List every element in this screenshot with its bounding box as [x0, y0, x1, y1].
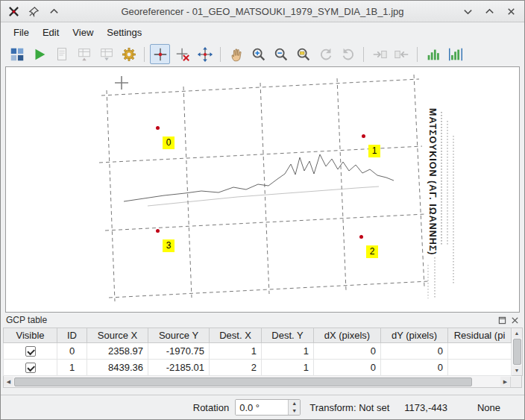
gcp-table-header-row: Visible ID Source X Source Y Dest. X Des…: [4, 328, 512, 343]
open-raster-icon: [9, 46, 25, 63]
transform-status: Transform: Not set: [309, 402, 389, 413]
full-histogram-stretch-button[interactable]: [445, 44, 465, 64]
spin-up-icon[interactable]: ▲: [289, 400, 300, 407]
minimize-icon[interactable]: [462, 6, 474, 17]
cell-source-x[interactable]: 2358.97: [87, 343, 148, 360]
zoom-out-icon: [273, 46, 289, 63]
map-canvas[interactable]: ΜΑΤΣΟΥΚΙΟΝ (ΑΓ. ΙΩΑΝΝΗΣ) 0 1 2 3: [5, 66, 520, 313]
horizontal-scroll-track[interactable]: [13, 377, 500, 387]
script-icon: [54, 46, 70, 63]
cell-dy[interactable]: 0: [381, 343, 448, 360]
close-panel-icon[interactable]: [511, 316, 519, 325]
horizontal-scroll-thumb[interactable]: [14, 377, 472, 386]
menu-settings[interactable]: Settings: [100, 25, 148, 40]
cell-dy[interactable]: 0: [381, 360, 448, 376]
visible-checkbox[interactable]: [25, 363, 36, 373]
gcp-dot: [359, 235, 363, 239]
cell-dx[interactable]: 0: [314, 343, 381, 360]
shade-icon[interactable]: [48, 6, 60, 17]
crs-status: None: [477, 402, 500, 413]
scrollbar-corner: [510, 377, 521, 387]
generate-gdal-script-button[interactable]: [51, 44, 72, 64]
zoom-next-button[interactable]: [338, 44, 358, 64]
gcp-row-0[interactable]: 0 2358.97 -1970.75 1 1 0 0: [4, 343, 512, 360]
menu-view[interactable]: View: [66, 25, 100, 40]
gcp-table-area: Visible ID Source X Source Y Dest. X Des…: [3, 327, 522, 376]
save-gcp-points-button[interactable]: [96, 44, 116, 64]
link-georef-icon: [371, 46, 388, 63]
pan-button[interactable]: [226, 44, 246, 64]
titlebar[interactable]: Georeferencer - 01_GEO_MATSOUKI_1979_SYM…: [1, 1, 524, 22]
menubar: File Edit View Settings: [1, 22, 524, 42]
menu-file[interactable]: File: [7, 25, 36, 40]
open-raster-button[interactable]: [7, 44, 27, 64]
float-panel-icon[interactable]: [498, 316, 506, 325]
cell-source-y[interactable]: -1970.75: [148, 343, 210, 360]
cell-id[interactable]: 0: [57, 343, 87, 360]
gcp-dot: [156, 126, 160, 130]
col-source-x: Source X: [87, 328, 148, 343]
toolbar-separator: [363, 47, 364, 62]
toolbar: [1, 42, 524, 66]
scroll-left-icon[interactable]: ◀: [4, 377, 13, 386]
link-georeferencer-to-qgis-button[interactable]: [369, 44, 389, 64]
zoom-last-button[interactable]: [315, 44, 336, 64]
move-point-icon: [197, 46, 213, 63]
cell-residual[interactable]: [448, 360, 512, 376]
start-georeferencing-button[interactable]: [29, 44, 49, 64]
rotation-input[interactable]: [236, 400, 288, 415]
zoom-to-layer-button[interactable]: [293, 44, 313, 64]
maximize-icon[interactable]: [484, 6, 495, 17]
window-title: Georeferencer - 01_GEO_MATSOUKI_1979_SYM…: [1, 6, 524, 17]
horizontal-scrollbar[interactable]: ◀ ▶: [3, 376, 522, 388]
vertical-scroll-thumb[interactable]: [513, 339, 521, 365]
move-point-button[interactable]: [195, 44, 215, 64]
col-id: ID: [57, 328, 87, 343]
col-dx: dX (pixels): [314, 328, 381, 343]
scroll-up-icon[interactable]: ▲: [512, 328, 522, 338]
app-icon: [8, 6, 19, 17]
delete-point-button[interactable]: [172, 44, 192, 64]
gcp-label: 0: [163, 137, 175, 149]
cell-dest-y[interactable]: 1: [262, 343, 314, 360]
save-gcp-icon: [98, 46, 115, 63]
transformation-settings-button[interactable]: [119, 44, 139, 64]
cell-residual[interactable]: [448, 343, 512, 360]
rotation-spinbox[interactable]: ▲ ▼: [235, 399, 301, 416]
rotation-label: Rotation: [193, 402, 229, 413]
zoom-in-button[interactable]: [248, 44, 268, 64]
menu-edit[interactable]: Edit: [36, 25, 66, 40]
cell-source-y[interactable]: -2185.01: [148, 360, 210, 376]
zoom-last-icon: [318, 46, 334, 63]
cell-id[interactable]: 1: [57, 360, 87, 376]
cell-dx[interactable]: 0: [314, 360, 381, 376]
add-point-button[interactable]: [150, 44, 170, 64]
cell-dest-x[interactable]: 1: [210, 343, 262, 360]
gcp-label: 3: [163, 239, 175, 252]
scroll-down-icon[interactable]: ▼: [512, 366, 522, 375]
load-gcp-points-button[interactable]: [74, 44, 94, 64]
cell-visible[interactable]: [4, 360, 57, 376]
cell-dest-x[interactable]: 2: [210, 360, 262, 376]
vertical-scrollbar[interactable]: ▲ ▼: [512, 327, 523, 376]
col-dy: dY (pixels): [381, 328, 448, 343]
toolbar-separator: [144, 47, 145, 62]
col-dest-x: Dest. X: [210, 328, 262, 343]
zoom-out-button[interactable]: [271, 44, 291, 64]
load-gcp-icon: [76, 46, 92, 63]
cell-dest-y[interactable]: 1: [262, 360, 314, 376]
col-residual: Residual (pi: [448, 328, 512, 343]
toolbar-separator: [417, 47, 418, 62]
scroll-right-icon[interactable]: ▶: [500, 377, 510, 386]
close-icon[interactable]: [506, 6, 517, 17]
visible-checkbox[interactable]: [25, 346, 36, 357]
spin-down-icon[interactable]: ▼: [289, 407, 300, 415]
gcp-label: 2: [366, 245, 378, 258]
cell-source-x[interactable]: 8439.36: [87, 360, 148, 376]
link-qgis-to-georeferencer-button[interactable]: [392, 44, 412, 64]
zoom-in-icon: [251, 46, 267, 63]
gcp-row-1[interactable]: 1 8439.36 -2185.01 2 1 0 0: [4, 360, 512, 376]
cell-visible[interactable]: [4, 343, 57, 360]
pin-icon[interactable]: [28, 6, 40, 17]
local-histogram-stretch-button[interactable]: [423, 44, 443, 64]
